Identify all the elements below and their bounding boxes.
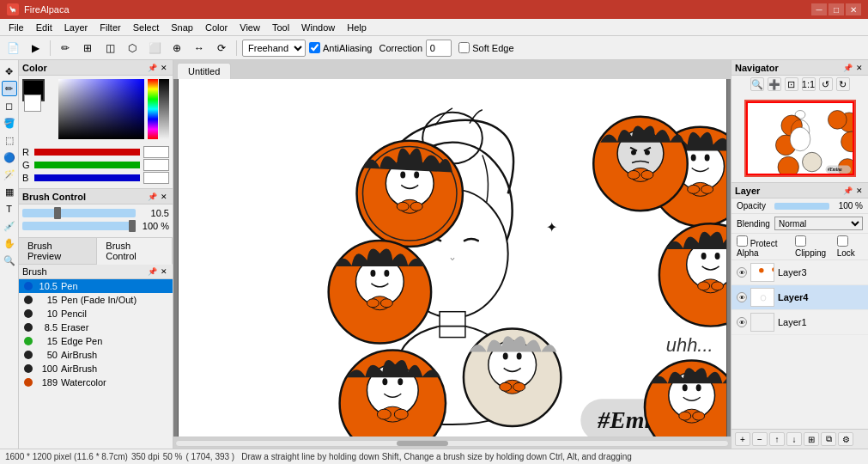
layer-settings-btn[interactable]: ⚙ <box>838 432 853 446</box>
hue-slider[interactable] <box>148 79 158 139</box>
green-bar[interactable] <box>34 162 140 168</box>
correction-input[interactable] <box>426 40 452 57</box>
antialiasing-input[interactable] <box>309 42 320 53</box>
brush-item-6[interactable]: 100AirBrush <box>19 362 173 375</box>
layer-item-layer3[interactable]: 👁 Layer3 <box>731 260 868 285</box>
maximize-button[interactable]: □ <box>829 3 844 15</box>
brush-item-5[interactable]: 50AirBrush <box>19 348 173 362</box>
soft-edge-input[interactable] <box>458 42 470 53</box>
blue-bar[interactable] <box>34 174 140 181</box>
color-panel-close[interactable]: ✕ <box>159 63 169 73</box>
red-input[interactable]: 0 <box>143 146 169 158</box>
layer-item-layer1[interactable]: 👁 Layer1 <box>731 310 868 335</box>
clipping-label[interactable]: Clipping <box>795 235 832 258</box>
menu-item-view[interactable]: View <box>234 21 265 34</box>
alpha-slider[interactable] <box>159 79 169 139</box>
scrollbar-thumb-h[interactable] <box>397 441 448 446</box>
brush-ctrl-pin[interactable]: 📌 <box>147 192 157 202</box>
horizontal-scrollbar[interactable] <box>173 437 731 449</box>
layer-merge-btn[interactable]: ⊞ <box>804 432 819 446</box>
protect-alpha-checkbox[interactable] <box>737 235 748 247</box>
toolbar-btn-6[interactable]: ⊕ <box>167 39 186 58</box>
protect-alpha-label[interactable]: Protect Alpha <box>737 235 790 258</box>
menu-item-snap[interactable]: Snap <box>166 21 198 34</box>
menu-item-layer[interactable]: Layer <box>59 21 94 34</box>
layer-down-btn[interactable]: ↓ <box>786 432 802 446</box>
layer3-visibility[interactable]: 👁 <box>737 267 747 278</box>
opacity-slider[interactable] <box>774 203 829 210</box>
lock-checkbox[interactable] <box>837 235 848 247</box>
canvas-tab-untitled[interactable]: Untitled <box>177 63 231 79</box>
navigator-pin[interactable]: 📌 <box>842 63 853 73</box>
layer-panel-close[interactable]: ✕ <box>854 186 865 196</box>
canvas-drawing[interactable]: uhh... #Emina ✦ ✦ ✦ ✦ ✦ <box>178 79 727 437</box>
nav-fit[interactable]: ⊡ <box>785 77 798 91</box>
nav-rotate-left[interactable]: ↺ <box>819 77 833 91</box>
tab-brush-control[interactable]: Brush Control <box>97 238 173 265</box>
zoom-tool[interactable]: 🔍 <box>2 253 17 268</box>
navigator-preview[interactable]: #Emina <box>744 100 856 177</box>
menu-item-color[interactable]: Color <box>200 21 233 34</box>
color-gradient-picker[interactable] <box>58 79 144 139</box>
brush-tool[interactable]: ✏ <box>2 81 17 96</box>
brush-item-3[interactable]: 8.5Eraser <box>19 321 173 334</box>
menu-item-file[interactable]: File <box>3 21 29 34</box>
select-tool[interactable]: ⬚ <box>2 132 17 148</box>
layer-panel-pin[interactable]: 📌 <box>842 186 853 196</box>
menu-item-window[interactable]: Window <box>296 21 340 34</box>
hand-tool[interactable]: ✋ <box>2 235 17 251</box>
brush-ctrl-close[interactable]: ✕ <box>159 192 169 202</box>
scrollbar-track-h[interactable] <box>175 440 729 447</box>
color-panel-pin[interactable]: 📌 <box>147 63 157 73</box>
toolbar-btn-7[interactable]: ↔ <box>190 39 209 58</box>
nav-rotate-right[interactable]: ↻ <box>836 77 850 91</box>
eyedropper-tool[interactable]: 💉 <box>2 218 17 234</box>
menu-item-filter[interactable]: Filter <box>94 21 125 34</box>
layer-item-layer4[interactable]: 👁 Layer4 <box>731 285 868 310</box>
blend-mode-select[interactable]: Normal Multiply Screen <box>774 217 863 230</box>
canvas-content[interactable]: uhh... #Emina ✦ ✦ ✦ ✦ ✦ <box>173 79 731 437</box>
layer-add-btn[interactable]: + <box>735 432 750 446</box>
move-tool[interactable]: ✥ <box>2 64 17 79</box>
nav-zoom-in[interactable]: ➕ <box>768 77 781 91</box>
fill-tool[interactable]: 🪣 <box>2 115 17 131</box>
lasso-tool[interactable]: 🔵 <box>2 150 17 165</box>
brush-tool-btn[interactable]: ✏ <box>56 39 75 58</box>
magic-wand-tool[interactable]: 🪄 <box>2 167 17 182</box>
toolbar-btn-5[interactable]: ⬜ <box>145 39 164 58</box>
layer-delete-btn[interactable]: − <box>752 432 768 446</box>
new-button[interactable]: 📄 <box>3 39 22 58</box>
play-button[interactable]: ▶ <box>26 39 45 58</box>
brush-item-4[interactable]: 15Edge Pen <box>19 334 173 348</box>
toolbar-btn-3[interactable]: ◫ <box>100 39 119 58</box>
background-color-swatch[interactable] <box>24 95 41 112</box>
nav-100[interactable]: 1:1 <box>802 77 816 91</box>
toolbar-btn-8[interactable]: ⟳ <box>212 39 231 58</box>
tab-brush-preview[interactable]: Brush Preview <box>19 238 97 264</box>
minimize-button[interactable]: ─ <box>811 3 827 15</box>
gradient-tool[interactable]: ▦ <box>2 184 17 199</box>
brush-panel-pin[interactable]: 📌 <box>147 266 157 277</box>
menu-item-tool[interactable]: Tool <box>267 21 294 34</box>
layer-copy-btn[interactable]: ⧉ <box>821 432 836 446</box>
close-button[interactable]: ✕ <box>846 3 861 15</box>
clipping-checkbox[interactable] <box>795 235 806 247</box>
brush-item-2[interactable]: 10Pencil <box>19 307 173 321</box>
brush-item-0[interactable]: 10.5Pen <box>19 279 173 293</box>
layer-up-btn[interactable]: ↑ <box>769 432 785 446</box>
text-tool[interactable]: T <box>2 201 17 217</box>
layer1-visibility[interactable]: 👁 <box>737 317 747 327</box>
nav-zoom-out[interactable]: 🔍 <box>750 77 764 91</box>
soft-edge-checkbox[interactable]: Soft Edge <box>458 42 513 53</box>
toolbar-btn-4[interactable]: ⬡ <box>123 39 142 58</box>
menu-item-edit[interactable]: Edit <box>31 21 58 34</box>
layer4-visibility[interactable]: 👁 <box>737 292 747 302</box>
brush-opacity-slider[interactable] <box>22 222 136 230</box>
red-bar[interactable] <box>34 149 140 156</box>
navigator-close[interactable]: ✕ <box>854 63 865 73</box>
green-input[interactable]: 0 <box>143 159 169 171</box>
antialiasing-checkbox[interactable]: AntiAliasing <box>309 42 372 53</box>
grid-btn[interactable]: ⊞ <box>78 39 97 58</box>
menu-item-select[interactable]: Select <box>128 21 165 34</box>
brush-item-1[interactable]: 15Pen (Fade In/Out) <box>19 293 173 307</box>
